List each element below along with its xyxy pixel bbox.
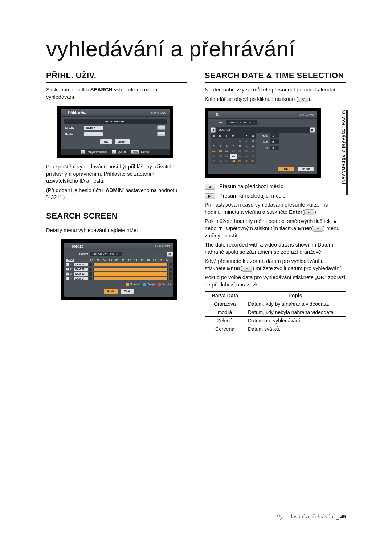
calendar-day[interactable]: 6 — [224, 143, 230, 149]
calendar-day[interactable]: 23 — [243, 154, 250, 159]
camera-row[interactable]: 2CAM 02 — [66, 267, 172, 272]
dow-header: F — [243, 133, 250, 138]
hour-label: 08 — [114, 259, 120, 261]
legend-color: Zelená — [205, 317, 245, 325]
legend-desc: Datum, kdy byla nahrána videodata. — [245, 300, 346, 308]
camera-row[interactable]: 4CAM 04 — [66, 276, 172, 281]
checkbox-icon[interactable] — [66, 263, 69, 266]
calendar-day[interactable]: 22 — [237, 154, 243, 159]
time-row[interactable]: s3 — [258, 146, 315, 150]
dt-para-a: Při nastavování času vyhledávání přesuňt… — [205, 202, 346, 216]
calendar-day[interactable]: 18 — [211, 154, 217, 159]
cam-name: CAM 01 — [74, 263, 88, 266]
calendar-day[interactable]: 9 — [243, 143, 250, 149]
date-label: Datum — [75, 252, 88, 256]
time-row[interactable]: Min8 — [258, 139, 315, 144]
calendar-day[interactable]: 4 — [211, 143, 217, 149]
calendar-day[interactable]: 16 — [243, 149, 250, 154]
ok-button[interactable]: OK — [100, 139, 112, 144]
calendar-day[interactable]: 14 — [230, 149, 237, 154]
keyboard-icon[interactable] — [157, 125, 165, 130]
legend-desc: Datum pro vyhledávání. — [245, 317, 346, 325]
calendar-day[interactable]: 27 — [224, 159, 230, 164]
search-screen-title: Hledat — [72, 244, 83, 248]
prev-month-button[interactable]: ◀ — [211, 127, 216, 133]
calendar-day[interactable]: 8 — [237, 143, 243, 149]
calendar-day[interactable]: 10 — [250, 143, 256, 149]
userid-value[interactable]: ADMIN — [84, 126, 103, 130]
side-tab: 08 VYHLEDÁVÁNÍ A PŘEHRÁVÁNÍ — [341, 110, 348, 195]
camera-row[interactable]: 1CAM 01 — [66, 262, 172, 267]
time-row[interactable]: Hod.14 — [258, 133, 315, 138]
cancel-button[interactable]: Zrušit — [115, 139, 130, 144]
checkbox-icon[interactable] — [66, 277, 69, 280]
calendar-day[interactable]: 13 — [224, 149, 230, 154]
cancel-button[interactable]: Zrušit — [298, 167, 314, 171]
page: vyhledávání a přehrávání PŘIHL. UŽIV. St… — [46, 36, 346, 333]
calendar-day[interactable]: 30 — [243, 159, 250, 164]
legend-desc: Datum, kdy nebyla nahrána videodata. — [245, 308, 346, 317]
legend-item: Souvislé — [126, 283, 140, 286]
calendar-day[interactable]: 11 — [211, 149, 217, 154]
enter-icon — [313, 226, 323, 232]
calendar-icon[interactable]: ▦ — [167, 252, 173, 257]
move-icon: ⤧ — [81, 150, 85, 154]
brand-label: SAMSUNG — [299, 113, 314, 117]
calendar-day[interactable]: 26 — [217, 159, 224, 164]
time-value[interactable]: 8 — [270, 139, 279, 144]
next-month-button[interactable]: ▶ — [310, 127, 315, 133]
calendar-day[interactable]: 28 — [230, 159, 237, 164]
menu-icon: MENU — [131, 150, 140, 154]
calendar-day[interactable]: 20 — [224, 154, 230, 159]
calendar-day[interactable]: 31 — [250, 159, 256, 164]
calendar-grid[interactable]: SMTWTFS123456789101112131415161718192021… — [211, 133, 256, 164]
ok-button[interactable]: OK — [278, 167, 294, 171]
date-value[interactable]: 2007-03-21 14:08:03 — [226, 120, 257, 125]
calendar-day[interactable]: 1 — [237, 138, 243, 143]
timeline-hours: 00020406081012141618202224 — [74, 258, 172, 262]
table-row: ČervenáDatum svátků. — [205, 325, 346, 333]
live-button[interactable]: Živě — [121, 289, 134, 294]
calendar-day[interactable]: 5 — [217, 143, 224, 149]
calendar-day[interactable]: 7 — [230, 143, 237, 149]
checkbox-icon[interactable] — [66, 268, 69, 271]
calendar-day[interactable]: 24 — [250, 154, 256, 159]
date-label: Dat — [215, 121, 224, 124]
cam-timeline[interactable] — [89, 263, 172, 266]
date-value[interactable]: 2007-03-26 14:08:03 — [90, 252, 122, 256]
rec-icon — [67, 244, 70, 248]
cam-name: CAM 04 — [74, 277, 88, 280]
search-date-row: Datum 2007-03-26 14:08:03 ▦ — [64, 250, 173, 258]
keyboard-icon[interactable] — [157, 132, 165, 136]
table-row: ZelenáDatum pro vyhledávání. — [205, 317, 346, 325]
rec-label: REC — [66, 259, 74, 262]
section-login-heading: PŘIHL. UŽIV. — [46, 71, 187, 83]
time-value[interactable]: 14 — [270, 133, 279, 138]
cam-name: CAM 03 — [74, 272, 88, 276]
calendar-day[interactable]: 25 — [211, 159, 217, 164]
camera-row[interactable]: 3CAM 03 — [66, 272, 172, 276]
hour-label: 14 — [132, 259, 139, 261]
cam-index: 3 — [70, 273, 73, 275]
table-row: OranžováDatum, kdy byla nahrána videodat… — [205, 300, 346, 308]
time-label: Min — [258, 140, 268, 143]
time-value[interactable]: 3 — [270, 146, 279, 150]
dt-para-b: Pak můžete hodnoty měnit pomocí směrovýc… — [205, 218, 346, 239]
month-label: 2007-03 — [217, 127, 309, 133]
cam-timeline[interactable] — [89, 268, 172, 271]
calendar-day[interactable]: 29 — [237, 159, 243, 164]
cam-timeline[interactable] — [89, 277, 172, 280]
play-button[interactable]: Přeh — [104, 289, 118, 294]
checkbox-icon[interactable] — [66, 272, 69, 276]
calendar-day[interactable]: 17 — [250, 149, 256, 154]
calendar-day[interactable]: 3 — [250, 138, 256, 143]
calendar-day[interactable]: 2 — [243, 138, 250, 143]
calendar-day[interactable]: 15 — [237, 149, 243, 154]
calendar-day[interactable]: 19 — [217, 154, 224, 159]
login-screenshot: Přihl. uživ. SAMSUNG Přihl. hledání ID u… — [57, 106, 173, 158]
rec-icon — [211, 113, 214, 117]
calendar-day[interactable]: 21 — [230, 154, 237, 159]
cam-timeline[interactable] — [89, 272, 172, 276]
calendar-day[interactable]: 12 — [217, 149, 224, 154]
password-value[interactable] — [84, 132, 103, 136]
